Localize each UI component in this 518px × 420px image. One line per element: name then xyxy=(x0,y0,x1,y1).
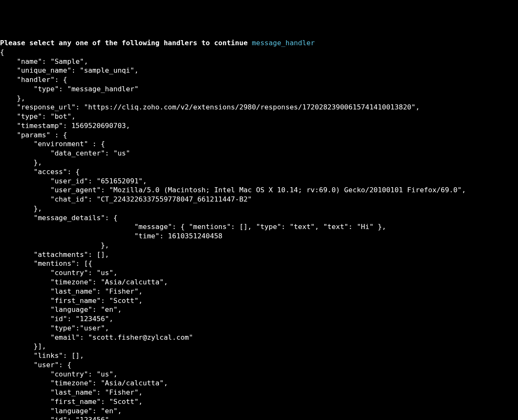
handler-name: message_handler xyxy=(252,39,315,47)
prompt-text: Please select any one of the following h… xyxy=(0,39,252,47)
json-dump: { "name": "Sample", "unique_name": "samp… xyxy=(0,48,466,420)
